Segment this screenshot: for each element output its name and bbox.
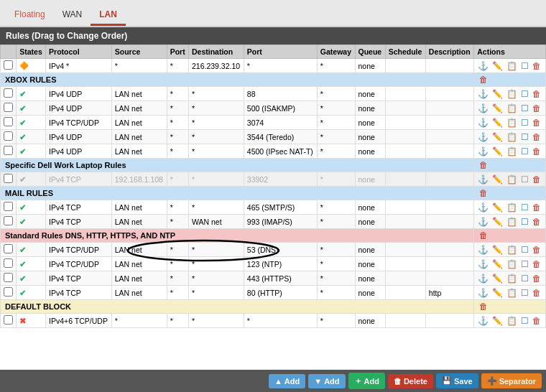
section-delete-icon[interactable]: 🗑 <box>479 188 488 198</box>
action-toggle-icon[interactable]: ☐ <box>521 103 529 113</box>
action-delete-icon[interactable]: 🗑 <box>532 103 541 113</box>
action-move-icon[interactable]: ⚓ <box>478 146 489 157</box>
tab-lan[interactable]: LAN <box>91 5 126 26</box>
action-delete-icon[interactable]: 🗑 <box>532 132 541 142</box>
action-copy-icon[interactable]: 📋 <box>506 103 517 113</box>
btn-move-up[interactable]: ▲ Add <box>269 374 305 388</box>
action-move-icon[interactable]: ⚓ <box>478 217 489 227</box>
action-move-icon[interactable]: ⚓ <box>478 288 489 298</box>
action-move-icon[interactable]: ⚓ <box>478 274 489 284</box>
action-toggle-icon[interactable]: ☐ <box>521 132 529 142</box>
btn-separator[interactable]: ➕ Separator <box>481 373 542 388</box>
row-port-src: * <box>167 59 188 73</box>
section-dns-label: Standard Rules DNS, HTTP, HTTPS, AND NTP <box>1 229 474 243</box>
action-edit-icon[interactable]: ✏️ <box>492 259 503 269</box>
action-toggle-icon[interactable]: ☐ <box>521 174 529 185</box>
action-move-icon[interactable]: ⚓ <box>478 89 489 99</box>
action-edit-icon[interactable]: ✏️ <box>492 132 503 142</box>
action-toggle-icon[interactable]: ☐ <box>521 274 529 284</box>
btn-add[interactable]: ＋ Add <box>348 373 385 389</box>
action-edit-icon[interactable]: ✏️ <box>492 316 503 326</box>
action-edit-icon[interactable]: ✏️ <box>492 146 503 157</box>
action-copy-icon[interactable]: 📋 <box>506 132 517 142</box>
action-toggle-icon[interactable]: ☐ <box>521 245 529 255</box>
action-move-icon[interactable]: ⚓ <box>478 118 489 128</box>
action-edit-icon[interactable]: ✏️ <box>492 61 503 71</box>
action-edit-icon[interactable]: ✏️ <box>492 274 503 284</box>
section-delete-icon[interactable]: 🗑 <box>479 160 488 170</box>
action-delete-icon[interactable]: 🗑 <box>532 316 541 326</box>
action-move-icon[interactable]: ⚓ <box>478 316 489 326</box>
action-edit-icon[interactable]: ✏️ <box>492 217 503 227</box>
separator-icon: ➕ <box>487 376 497 386</box>
action-delete-icon[interactable]: 🗑 <box>532 89 541 99</box>
action-copy-icon[interactable]: 📋 <box>506 146 517 157</box>
action-copy-icon[interactable]: 📋 <box>506 274 517 284</box>
arrow-down-icon: ▼ <box>314 377 322 386</box>
action-delete-icon[interactable]: 🗑 <box>532 146 541 157</box>
action-toggle-icon[interactable]: ☐ <box>521 217 529 227</box>
row-actions: ⚓ ✏️ 📋 ☐ 🗑 <box>474 59 546 73</box>
btn-save[interactable]: 💾 Save <box>436 373 478 388</box>
action-copy-icon[interactable]: 📋 <box>506 174 517 185</box>
col-actions: Actions <box>474 45 546 59</box>
section-delete-icon[interactable]: 🗑 <box>479 302 488 312</box>
action-toggle-icon[interactable]: ☐ <box>521 288 529 298</box>
action-toggle-icon[interactable]: ☐ <box>521 202 529 213</box>
btn-move-down[interactable]: ▼ Add <box>308 374 345 388</box>
action-copy-icon[interactable]: 📋 <box>506 288 517 298</box>
action-edit-icon[interactable]: ✏️ <box>492 118 503 128</box>
action-move-icon[interactable]: ⚓ <box>478 202 489 213</box>
table-row-imap: ✔ IPv4 TCP LAN net * WAN net 993 (IMAP/S… <box>1 215 546 229</box>
action-move-icon[interactable]: ⚓ <box>478 259 489 269</box>
action-copy-icon[interactable]: 📋 <box>506 61 517 71</box>
action-toggle-icon[interactable]: ☐ <box>521 146 529 157</box>
action-delete-icon[interactable]: 🗑 <box>532 174 541 185</box>
action-toggle-icon[interactable]: ☐ <box>521 89 529 99</box>
action-move-icon[interactable]: ⚓ <box>478 174 489 185</box>
action-copy-icon[interactable]: 📋 <box>506 118 517 128</box>
table-row: ✔ IPv4 TCP LAN net * * 465 (SMTP/S) * no… <box>1 200 546 215</box>
rules-table-scroll[interactable]: States Protocol Source Port Destination … <box>0 45 546 370</box>
table-row: ✔ IPv4 TCP LAN net * * 443 (HTTPS) * non… <box>1 271 546 286</box>
action-edit-icon[interactable]: ✏️ <box>492 174 503 185</box>
section-delete-icon[interactable]: 🗑 <box>479 230 488 241</box>
col-source: Source <box>111 45 167 59</box>
action-delete-icon[interactable]: 🗑 <box>532 61 541 71</box>
row-check[interactable] <box>1 59 17 73</box>
action-toggle-icon[interactable]: ☐ <box>521 259 529 269</box>
action-edit-icon[interactable]: ✏️ <box>492 288 503 298</box>
action-edit-icon[interactable]: ✏️ <box>492 245 503 255</box>
action-copy-icon[interactable]: 📋 <box>506 259 517 269</box>
action-toggle-icon[interactable]: ☐ <box>521 316 529 326</box>
action-edit-icon[interactable]: ✏️ <box>492 202 503 213</box>
action-delete-icon[interactable]: 🗑 <box>532 288 541 298</box>
action-copy-icon[interactable]: 📋 <box>506 89 517 99</box>
btn-delete[interactable]: 🗑 Delete <box>388 374 433 388</box>
action-delete-icon[interactable]: 🗑 <box>532 202 541 213</box>
action-move-icon[interactable]: ⚓ <box>478 103 489 113</box>
action-copy-icon[interactable]: 📋 <box>506 202 517 213</box>
action-edit-icon[interactable]: ✏️ <box>492 103 503 113</box>
tab-wan[interactable]: WAN <box>54 5 91 26</box>
action-delete-icon[interactable]: 🗑 <box>532 274 541 284</box>
tab-floating[interactable]: Floating <box>6 5 54 26</box>
section-delete-icon[interactable]: 🗑 <box>479 75 488 85</box>
row-protocol: IPv4 * <box>46 59 112 73</box>
action-delete-icon[interactable]: 🗑 <box>532 217 541 227</box>
action-copy-icon[interactable]: 📋 <box>506 217 517 227</box>
action-copy-icon[interactable]: 📋 <box>506 245 517 255</box>
action-delete-icon[interactable]: 🗑 <box>532 259 541 269</box>
table-row: ✔ IPv4 TCP/UDP LAN net * * 53 (DNS) * no… <box>1 243 546 257</box>
action-delete-icon[interactable]: 🗑 <box>532 118 541 128</box>
action-move-icon[interactable]: ⚓ <box>478 245 489 255</box>
action-edit-icon[interactable]: ✏️ <box>492 89 503 99</box>
table-row: ✔ IPv4 UDP LAN net * * 3544 (Teredo) * n… <box>1 130 546 144</box>
action-copy-icon[interactable]: 📋 <box>506 316 517 326</box>
action-move-icon[interactable]: ⚓ <box>478 132 489 142</box>
action-toggle-icon[interactable]: ☐ <box>521 118 529 128</box>
action-toggle-icon[interactable]: ☐ <box>521 61 529 71</box>
action-delete-icon[interactable]: 🗑 <box>532 245 541 255</box>
action-move-icon[interactable]: ⚓ <box>478 61 489 71</box>
row-port-dst: * <box>244 59 317 73</box>
